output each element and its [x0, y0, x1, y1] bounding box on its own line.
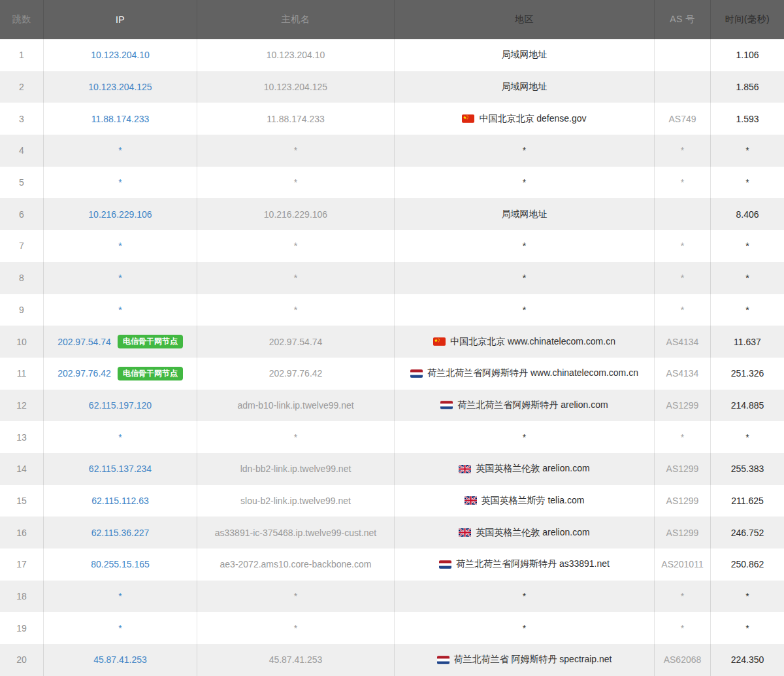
- region-text: 荷兰北荷兰省阿姆斯特丹 as33891.net: [456, 558, 610, 570]
- hop-number: 9: [0, 294, 44, 326]
- hop-number: 13: [0, 421, 44, 453]
- table-row: 4 * * * * *: [0, 135, 784, 167]
- table-row: 11 202.97.76.42 电信骨干网节点 202.97.76.42 荷兰北…: [0, 358, 784, 390]
- ip-link[interactable]: 62.115.112.63: [91, 496, 148, 506]
- ip-link[interactable]: *: [118, 432, 122, 443]
- ip-link[interactable]: 62.115.36.227: [91, 528, 150, 538]
- region-cell: 中国北京北京 www.chinatelecom.com.cn: [395, 326, 655, 358]
- as-number: [655, 39, 711, 71]
- hostname: *: [197, 421, 395, 453]
- ip-link[interactable]: *: [118, 177, 122, 188]
- region-text: *: [523, 273, 526, 283]
- as-number: AS1299: [655, 516, 711, 549]
- table-row: 6 10.216.229.106 10.216.229.106 局域网地址 8.…: [0, 198, 784, 230]
- region-cell: 局域网地址: [395, 71, 655, 103]
- as-number: AS749: [655, 103, 711, 135]
- ip-cell: 62.115.36.227: [44, 516, 197, 549]
- region-cell: *: [395, 294, 655, 326]
- table-row: 19 * * * * *: [0, 612, 784, 644]
- hop-number: 10: [0, 326, 44, 358]
- latency-ms: *: [711, 167, 784, 199]
- ip-link[interactable]: 202.97.76.42: [57, 368, 111, 379]
- hostname: *: [197, 230, 395, 262]
- table-row: 1 10.123.204.10 10.123.204.10 局域网地址 1.10…: [0, 39, 784, 71]
- region-text: 英国英格兰伦敦 arelion.com: [476, 463, 589, 475]
- latency-ms: *: [711, 612, 784, 644]
- ip-link[interactable]: 62.115.197.120: [89, 400, 152, 411]
- hostname: slou-b2-link.ip.twelve99.net: [197, 485, 395, 517]
- hop-number: 17: [0, 549, 44, 581]
- ip-link[interactable]: 62.115.137.234: [89, 464, 152, 474]
- ip-link[interactable]: 45.87.41.253: [93, 654, 147, 665]
- ip-cell: *: [44, 294, 197, 326]
- region-text: 中国北京北京 www.chinatelecom.com.cn: [450, 336, 615, 348]
- hostname: 10.123.204.10: [197, 39, 395, 71]
- latency-ms: 1.856: [711, 71, 784, 103]
- as-number: *: [655, 294, 711, 326]
- hop-number: 6: [0, 198, 44, 230]
- china-flag-icon: [433, 337, 446, 346]
- region-text: 荷兰北荷兰省 阿姆斯特丹 spectraip.net: [454, 654, 612, 666]
- latency-ms: 255.383: [711, 453, 784, 485]
- flag-slot: [410, 369, 427, 378]
- ip-link[interactable]: *: [118, 623, 122, 634]
- as-number: *: [655, 167, 711, 199]
- region-cell: 荷兰北荷兰省阿姆斯特丹 as33891.net: [395, 549, 655, 581]
- table-row: 16 62.115.36.227 as33891-ic-375468.ip.tw…: [0, 516, 784, 549]
- as-number: *: [655, 421, 711, 453]
- region-cell: *: [395, 581, 655, 613]
- flag-slot: [437, 656, 454, 664]
- region-text: *: [523, 591, 526, 601]
- region-cell: 荷兰北荷兰省 阿姆斯特丹 spectraip.net: [395, 644, 655, 676]
- region-text: 荷兰北荷兰省阿姆斯特丹 www.chinatelecom.com.cn: [427, 367, 638, 379]
- column-header-time: 时间(毫秒): [711, 0, 784, 39]
- region-text: *: [523, 432, 526, 443]
- hop-number: 3: [0, 103, 44, 135]
- ip-link[interactable]: 11.88.174.233: [91, 114, 150, 124]
- column-header-hop: 跳数: [0, 0, 44, 39]
- china-flag-icon: [462, 114, 474, 123]
- hostname: *: [197, 262, 395, 294]
- ip-link[interactable]: 10.216.229.106: [88, 209, 152, 220]
- netherlands-flag-icon: [437, 656, 449, 664]
- hop-number: 12: [0, 390, 44, 422]
- netherlands-flag-icon: [440, 401, 453, 409]
- flag-slot: [439, 560, 456, 569]
- ip-link[interactable]: 202.97.54.74: [57, 337, 111, 347]
- ip-cell: *: [44, 167, 197, 199]
- as-number: *: [655, 612, 711, 644]
- ip-link[interactable]: *: [118, 591, 122, 601]
- region-text: *: [523, 177, 526, 188]
- ip-link[interactable]: *: [118, 145, 122, 156]
- hostname: *: [197, 167, 395, 199]
- ip-link[interactable]: *: [118, 241, 122, 251]
- ip-link[interactable]: 10.123.204.125: [88, 82, 152, 92]
- column-header-hostname: 主机名: [197, 0, 395, 39]
- as-number: AS4134: [655, 358, 711, 390]
- hostname: 10.123.204.125: [197, 71, 395, 103]
- table-row: 13 * * * * *: [0, 421, 784, 453]
- ip-link[interactable]: *: [118, 305, 122, 315]
- table-row: 20 45.87.41.253 45.87.41.253 荷兰北荷兰省 阿姆斯特…: [0, 644, 784, 676]
- ip-cell: 10.123.204.10: [44, 39, 197, 71]
- ip-cell: 45.87.41.253: [44, 644, 197, 676]
- as-number: AS201011: [655, 549, 711, 581]
- latency-ms: 1.593: [711, 103, 784, 135]
- ip-cell: 80.255.15.165: [44, 549, 197, 581]
- ip-link[interactable]: *: [118, 273, 122, 283]
- ip-cell: *: [44, 135, 197, 167]
- region-cell: 荷兰北荷兰省阿姆斯特丹 arelion.com: [395, 390, 655, 422]
- telecom-backbone-badge: 电信骨干网节点: [118, 335, 183, 348]
- column-header-region: 地区: [395, 0, 655, 39]
- ip-cell: *: [44, 612, 197, 644]
- ip-link[interactable]: 80.255.15.165: [91, 559, 150, 569]
- hop-number: 14: [0, 453, 44, 485]
- latency-ms: *: [711, 421, 784, 453]
- region-text: 荷兰北荷兰省阿姆斯特丹 arelion.com: [457, 399, 608, 411]
- as-number: AS1299: [655, 453, 711, 485]
- as-number: *: [655, 135, 711, 167]
- table-row: 14 62.115.137.234 ldn-bb2-link.ip.twelve…: [0, 453, 784, 485]
- ip-link[interactable]: 10.123.204.10: [91, 50, 150, 60]
- region-text: 中国北京北京 defense.gov: [479, 113, 586, 125]
- hop-number: 7: [0, 230, 44, 262]
